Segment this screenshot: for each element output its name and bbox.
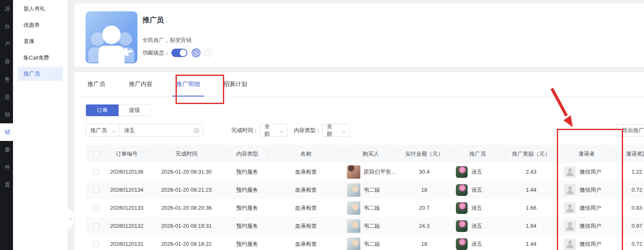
select-all-checkbox[interactable] [93, 151, 99, 157]
inviter-cell: 微信用户 [557, 217, 616, 235]
link-icon[interactable] [191, 48, 201, 57]
row-checkbox[interactable] [93, 223, 99, 229]
type-filter-select[interactable]: 全部 [322, 124, 350, 137]
promoter-cell: 涂五 [450, 199, 505, 217]
person-placeholder-icon [564, 166, 576, 178]
promoter-cell: 涂五 [450, 181, 505, 199]
inviter-cell: 微信用户 [557, 199, 616, 217]
sidebar-item-1[interactable]: 优惠券 [13, 17, 67, 33]
promoter-cell: 涂五 [450, 235, 505, 250]
dark-rail-nav: 况台户容务息动销量件置 [0, 0, 13, 250]
buyer-name: 韦二姐 [364, 204, 380, 212]
promoter-cell: 涂五 [450, 217, 505, 235]
content-type: 预约服务 [226, 199, 268, 217]
promo-reward: 1.44 [505, 235, 557, 250]
info-icon[interactable]: i [204, 49, 212, 57]
rail-item-4[interactable]: 务 [0, 70, 13, 88]
rail-item-3[interactable]: 容 [0, 53, 13, 70]
sidebar-item-0[interactable]: 新人有礼 [13, 0, 67, 17]
person-placeholder-icon [564, 202, 576, 214]
col-header-0: 订单编号 [107, 145, 147, 163]
sidebar-collapse-handle[interactable]: ‹ [67, 208, 74, 229]
rail-item-6[interactable]: 动 [0, 106, 13, 123]
paid-amount: 30.4 [398, 163, 450, 181]
rail-item-2[interactable]: 户 [0, 35, 13, 53]
promoter-search-input[interactable] [120, 124, 203, 136]
rail-item-9[interactable]: 件 [0, 159, 13, 176]
rail-item-8[interactable]: 量 [0, 141, 13, 159]
table-header-row: 订单编号完成时间内容类型名称购买人实付金额（元）推广员推广奖励（元）邀请者邀请奖… [86, 145, 644, 163]
item-name: 血液检查 [268, 199, 344, 217]
paid-amount: 18 [398, 181, 450, 199]
order-withdraw-switch: 订单 提现 [86, 104, 151, 116]
person-placeholder-icon [564, 238, 576, 250]
feature-header-card: 推广员 全民推广，裂变营销 功能状态： i [75, 3, 644, 67]
table-row: 202601201332026-01-20 08:20:36预约服务血液检查韦二… [86, 199, 644, 217]
row-checkbox[interactable] [93, 241, 99, 247]
rail-item-1[interactable]: 台 [0, 18, 13, 35]
finish-time: 2026-01-20 08:18:22 [147, 235, 226, 250]
inviter-name: 微信用户 [579, 222, 601, 230]
time-filter-select[interactable]: 全部 [260, 124, 287, 137]
inviter-cell: 微信用户 [557, 181, 616, 199]
chevron-down-icon [280, 129, 283, 132]
tab-1[interactable]: 推广内容 [129, 72, 153, 96]
sidebar-item-2[interactable]: 直播 [13, 33, 67, 49]
rail-item-10[interactable]: 置 [0, 176, 13, 194]
buyer-avatar [347, 183, 360, 197]
paid-amount: 20.7 [398, 199, 450, 217]
buyer-avatar [347, 201, 360, 215]
sidebar-item-4[interactable]: 推广员 [18, 67, 63, 81]
promoter-avatar [456, 202, 468, 214]
paid-amount: 18 [398, 235, 450, 250]
person-placeholder-icon [564, 184, 576, 196]
tab-withdraw[interactable]: 提现 [118, 104, 151, 116]
content-type: 预约服务 [226, 235, 268, 250]
inviter-name: 微信用户 [579, 186, 601, 194]
tab-0[interactable]: 推广员 [88, 72, 105, 96]
filter-bar: 推广员 ✕ 完成时间： 全部 内容类型： 全部 [86, 124, 350, 137]
tab-orders[interactable]: 订单 [86, 104, 119, 116]
promoter-cell: 涂五 [450, 163, 505, 181]
inviter-cell: 微信用户 [557, 163, 616, 181]
rail-item-7[interactable]: 销 [0, 123, 13, 141]
row-checkbox-cell [86, 217, 107, 235]
row-checkbox[interactable] [93, 187, 99, 193]
item-name: 血液检查 [268, 163, 344, 181]
col-header-8: 邀请者 [557, 145, 616, 163]
order-no: 20260120136 [107, 163, 147, 181]
time-filter-label: 完成时间： [231, 127, 259, 134]
sidebar-item-3[interactable]: 集Call免费 [13, 49, 67, 66]
promoter-filter-select[interactable]: 推广员 [86, 124, 120, 137]
type-filter-label: 内容类型： [294, 127, 321, 134]
orders-table: 订单编号完成时间内容类型名称购买人实付金额（元）推广员推广奖励（元）邀请者邀请奖… [86, 145, 644, 250]
buyer-name: 原我们平安... [364, 168, 396, 176]
feature-status-toggle[interactable] [171, 49, 187, 57]
promoter-name: 涂五 [471, 168, 482, 176]
buyer-name: 韦二姐 [364, 240, 380, 248]
promo-reward: 1.66 [505, 199, 557, 217]
tab-3[interactable]: 招募计划 [224, 72, 247, 96]
rail-item-0[interactable]: 况 [0, 0, 13, 18]
sidebar-nav: 新人有礼优惠券直播集Call免费推广员 [13, 0, 67, 250]
tab-2[interactable]: 推广明细 [176, 72, 200, 96]
promoter-feature-icon [85, 11, 137, 63]
content-type: 预约服务 [226, 217, 268, 235]
promoter-name: 涂五 [471, 240, 482, 248]
clear-icon[interactable]: ✕ [194, 128, 199, 133]
buyer-avatar [347, 219, 360, 233]
promoter-search: ✕ [119, 124, 203, 137]
paid-amount: 24.3 [398, 217, 450, 235]
row-checkbox[interactable] [93, 169, 99, 175]
chevron-down-icon [342, 129, 346, 132]
invite-reward: 0.72 [616, 235, 644, 250]
page-subtitle: 全民推广，裂变营销 [142, 36, 191, 44]
order-no: 20260120131 [107, 235, 147, 250]
buyer-cell: 韦二姐 [344, 235, 398, 250]
rail-item-5[interactable]: 息 [0, 88, 13, 106]
buyer-cell: 韦二姐 [344, 217, 398, 235]
promoter-name: 涂五 [471, 186, 482, 194]
promo-reward: 2.43 [505, 163, 557, 181]
export-orders-button[interactable]: 导出推广订 [616, 124, 644, 137]
row-checkbox[interactable] [93, 205, 99, 211]
